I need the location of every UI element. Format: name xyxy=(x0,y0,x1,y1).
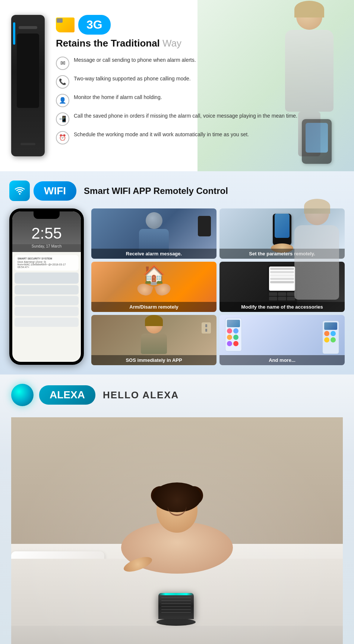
feature-item-talking: 📞 Two-way talking supported as phone cal… xyxy=(56,75,343,89)
phone-notifications-area: SMART SECURITY SYSTEM Door Alarming! (Zo… xyxy=(12,252,81,330)
phone-screen: 2:55 Sunday, 17 March SMART SECURITY SYS… xyxy=(12,211,81,362)
phone-notification-1: SMART SECURITY SYSTEM Door Alarming! (Zo… xyxy=(15,255,79,271)
monitor-icon: 👤 xyxy=(56,94,69,107)
phone-icon: 📞 xyxy=(56,75,69,89)
wifi-section-title: Smart WIFI APP Remotely Control xyxy=(84,186,228,196)
sim-card-icon xyxy=(56,17,75,32)
section-3g-content: 3G Retains the Traditional Way ✉ Message… xyxy=(0,7,354,164)
wifi-pill: WIFI xyxy=(34,181,76,201)
grid-item-receive: Receive alarm message. xyxy=(91,208,216,259)
grid-label-sos: SOS immediately in APP xyxy=(91,355,216,365)
wifi-header: WIFI Smart WIFI APP Remotely Control xyxy=(9,181,345,201)
section-wifi: WIFI Smart WIFI APP Remotely Control 2:5… xyxy=(0,171,354,374)
section-3g-info: 3G Retains the Traditional Way ✉ Message… xyxy=(56,15,343,150)
feature-item-schedule: ⏰ Schedule the working mode and it will … xyxy=(56,131,343,144)
phone-date-display: Sunday, 17 March xyxy=(12,244,81,252)
feature-item-monitor: 👤 Monitor the home if alarm call holding… xyxy=(56,94,343,107)
section-3g: 3G Retains the Traditional Way ✉ Message… xyxy=(0,0,354,171)
feature-item-call: 📲 Call the saved phone in orders if miss… xyxy=(56,112,343,126)
badge-3g-row: 3G xyxy=(56,15,343,35)
alexa-pill: ALEXA xyxy=(39,385,95,405)
device-image-3g xyxy=(11,15,45,156)
wifi-label: WIFI xyxy=(44,185,66,197)
alexa-label: ALEXA xyxy=(50,389,85,401)
phone-notch xyxy=(34,211,60,219)
message-icon: ✉ xyxy=(56,57,69,70)
wifi-phone-mockup: 2:55 Sunday, 17 March SMART SECURITY SYS… xyxy=(9,208,84,365)
grid-item-arm: 🏠 Arm/Disarm remotely xyxy=(91,262,216,312)
feature-item-message: ✉ Message or call sending to phone when … xyxy=(56,57,343,70)
section-alexa: ALEXA HELLO ALEXA xyxy=(0,374,354,644)
phone-notification-blur-1 xyxy=(15,272,79,284)
section-3g-title: Retains the Traditional Way xyxy=(56,38,343,49)
phone-notification-blur-2 xyxy=(15,285,79,294)
alexa-header: ALEXA HELLO ALEXA xyxy=(11,384,343,406)
alexa-scene xyxy=(11,417,343,644)
grid-label-arm: Arm/Disarm remotely xyxy=(91,302,216,312)
phone-notification-blur-4 xyxy=(15,307,79,316)
phone-notification-blur-5 xyxy=(15,318,79,327)
call-icon: 📲 xyxy=(56,112,69,126)
grid-label-receive: Receive alarm message. xyxy=(91,249,216,259)
clock-icon: ⏰ xyxy=(56,131,69,144)
alexa-orb-icon xyxy=(11,384,34,406)
3g-label: 3G xyxy=(86,18,102,32)
feature-list-3g: ✉ Message or call sending to phone when … xyxy=(56,57,343,144)
wifi-icon xyxy=(9,181,30,201)
3g-pill: 3G xyxy=(78,15,111,35)
svg-point-0 xyxy=(19,193,20,195)
phone-notification-blur-3 xyxy=(15,296,79,305)
alexa-section-title: HELLO ALEXA xyxy=(103,389,179,401)
grid-item-sos: SOS immediately in APP xyxy=(91,315,216,365)
